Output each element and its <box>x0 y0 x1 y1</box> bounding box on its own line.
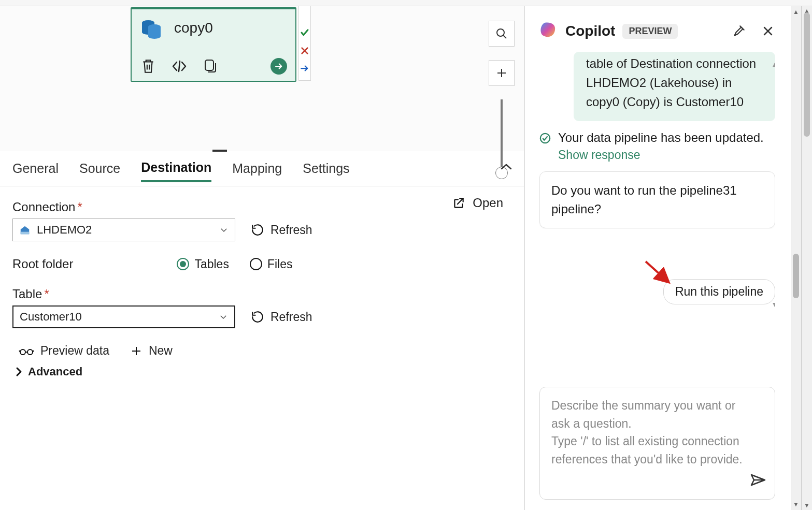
svg-point-9 <box>20 349 25 355</box>
connection-select[interactable]: LHDEMO2 <box>12 218 235 241</box>
send-icon[interactable] <box>750 473 766 492</box>
copilot-title: Copilot <box>565 23 615 39</box>
run-pipeline-button[interactable]: Run this pipeline <box>663 279 775 304</box>
svg-rect-6 <box>205 60 213 70</box>
top-rail <box>0 0 812 6</box>
glasses-icon <box>19 346 34 356</box>
open-label: Open <box>473 196 503 210</box>
copilot-logo-icon <box>539 21 558 41</box>
svg-point-5 <box>148 34 161 39</box>
refresh-table-button[interactable]: Refresh <box>251 310 312 324</box>
svg-point-7 <box>497 29 504 36</box>
show-response-link[interactable]: Show response <box>558 148 775 162</box>
table-select[interactable]: Customer10 <box>12 305 235 328</box>
collapse-panel-icon[interactable] <box>500 161 512 174</box>
close-icon[interactable] <box>761 24 775 38</box>
destination-form: Open Connection* LHDEMO2 <box>0 186 524 392</box>
table-label: Table* <box>12 287 511 301</box>
copy-activity-icon <box>139 16 164 40</box>
activity-title: copy0 <box>174 20 213 36</box>
refresh-icon <box>251 223 264 237</box>
preview-data-button[interactable]: Preview data <box>19 344 109 358</box>
activity-copy0[interactable]: copy0 <box>131 7 296 82</box>
chevron-right-icon <box>15 367 23 377</box>
chevron-down-icon <box>219 225 229 235</box>
run-activity-icon[interactable] <box>269 57 288 76</box>
pin-icon[interactable] <box>732 24 746 38</box>
chat-input-placeholder: Describe the summary you want or ask a q… <box>551 399 743 466</box>
chevron-down-icon <box>219 312 228 322</box>
lakehouse-icon <box>19 224 31 236</box>
main: copy0 <box>0 6 812 510</box>
connection-value: LHDEMO2 <box>37 223 92 237</box>
scrollbar-thumb[interactable] <box>804 12 810 137</box>
code-icon[interactable] <box>170 57 189 76</box>
skip-handle-icon[interactable] <box>300 64 309 74</box>
plus-icon <box>130 345 143 357</box>
activity-output-handles[interactable] <box>298 6 311 81</box>
activity-header: copy0 <box>132 9 295 40</box>
new-table-button[interactable]: New <box>130 344 173 358</box>
copy-icon[interactable] <box>201 57 220 76</box>
search-canvas-button[interactable] <box>489 21 515 47</box>
details-tabs: General Source Destination Mapping Setti… <box>0 151 524 186</box>
root-folder-files[interactable]: Files <box>250 257 293 271</box>
resize-handle[interactable] <box>212 150 227 152</box>
root-folder-label: Root folder <box>12 257 73 271</box>
tab-settings[interactable]: Settings <box>303 156 349 181</box>
open-button[interactable]: Open <box>452 196 503 210</box>
chat-body: ▲ ▼ table of Destination connection LHDE… <box>539 52 775 371</box>
refresh-icon <box>251 310 264 324</box>
copilot-panel: Copilot PREVIEW ▲ ▼ table of Des <box>525 6 802 510</box>
add-activity-button[interactable] <box>489 60 515 86</box>
canvas-area[interactable]: copy0 <box>0 6 524 151</box>
root-folder-radio-group: Tables Files <box>177 257 292 271</box>
assistant-question: Do you want to run the pipeline31 pipeli… <box>539 171 775 228</box>
activity-actions <box>139 57 288 76</box>
success-handle-icon[interactable] <box>300 28 309 39</box>
copilot-header: Copilot PREVIEW <box>539 6 775 52</box>
scrollbar-thumb[interactable] <box>793 254 799 298</box>
success-check-icon <box>539 133 551 147</box>
page-scrollbar[interactable]: ▲ ▼ <box>802 6 812 510</box>
chat-scroll-up-icon[interactable]: ▲ <box>771 60 775 68</box>
preview-badge: PREVIEW <box>622 24 678 39</box>
connection-label: Connection* <box>12 200 511 214</box>
tab-source[interactable]: Source <box>79 156 120 181</box>
svg-point-10 <box>27 349 33 355</box>
tab-general[interactable]: General <box>12 156 59 181</box>
advanced-toggle[interactable]: Advanced <box>15 365 511 378</box>
left-pane: copy0 <box>0 6 525 510</box>
root-folder-tables[interactable]: Tables <box>177 257 229 271</box>
tab-destination[interactable]: Destination <box>141 155 211 182</box>
refresh-connection-button[interactable]: Refresh <box>251 223 312 237</box>
tab-mapping[interactable]: Mapping <box>232 156 282 181</box>
chat-input[interactable]: Describe the summary you want or ask a q… <box>539 387 775 500</box>
status-line: Your data pipeline has been updated. <box>539 130 775 147</box>
assistant-message: table of Destination connection LHDEMO2 … <box>574 52 775 121</box>
delete-icon[interactable] <box>139 57 158 76</box>
svg-rect-8 <box>21 232 30 235</box>
table-value: Customer10 <box>20 310 82 324</box>
copilot-scrollbar[interactable]: ▲ ▼ <box>791 6 801 510</box>
error-handle-icon[interactable] <box>301 46 309 56</box>
